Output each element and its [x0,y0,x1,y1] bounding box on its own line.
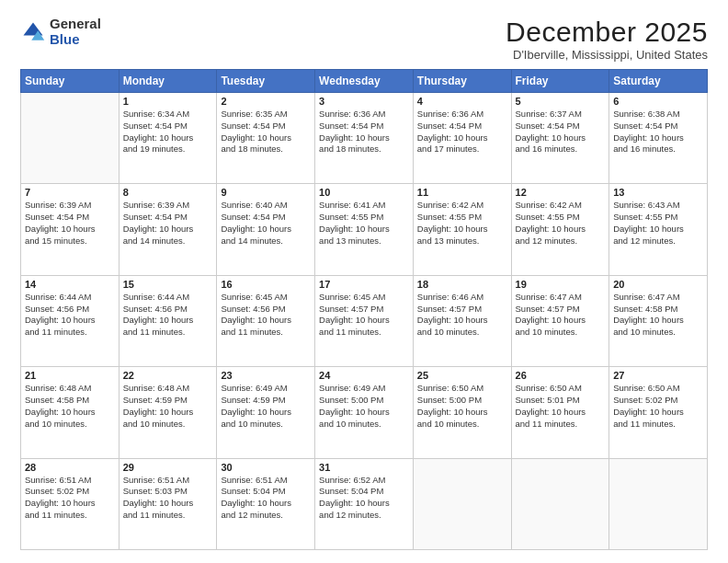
day-number: 24 [319,370,409,381]
day-number: 14 [25,279,115,290]
day-number: 19 [516,279,606,290]
calendar-cell: 4Sunrise: 6:36 AM Sunset: 4:54 PM Daylig… [413,93,511,184]
day-info: Sunrise: 6:38 AM Sunset: 4:54 PM Dayligh… [613,109,703,155]
calendar-cell: 25Sunrise: 6:50 AM Sunset: 5:00 PM Dayli… [413,367,511,458]
day-info: Sunrise: 6:51 AM Sunset: 5:03 PM Dayligh… [123,475,213,522]
calendar-week-row: 14Sunrise: 6:44 AM Sunset: 4:56 PM Dayli… [21,275,708,366]
calendar-cell [609,458,708,549]
day-info: Sunrise: 6:44 AM Sunset: 4:56 PM Dayligh… [123,292,213,339]
day-number: 23 [221,370,311,381]
day-number: 26 [516,370,606,381]
day-number: 31 [319,462,409,473]
day-info: Sunrise: 6:42 AM Sunset: 4:55 PM Dayligh… [516,200,606,247]
day-number: 22 [123,370,213,381]
day-header-thursday: Thursday [413,70,511,93]
day-number: 7 [25,187,115,198]
logo-general: General [50,17,101,32]
day-info: Sunrise: 6:45 AM Sunset: 4:57 PM Dayligh… [319,292,409,339]
calendar-cell: 18Sunrise: 6:46 AM Sunset: 4:57 PM Dayli… [413,275,511,366]
day-info: Sunrise: 6:44 AM Sunset: 4:56 PM Dayligh… [25,292,115,339]
calendar-cell: 19Sunrise: 6:47 AM Sunset: 4:57 PM Dayli… [511,275,609,366]
day-number: 18 [417,279,507,290]
day-number: 28 [25,462,115,473]
calendar-cell: 15Sunrise: 6:44 AM Sunset: 4:56 PM Dayli… [119,275,217,366]
header: General Blue December 2025 D'Iberville, … [20,17,708,62]
day-info: Sunrise: 6:46 AM Sunset: 4:57 PM Dayligh… [417,292,507,339]
calendar-cell: 31Sunrise: 6:52 AM Sunset: 5:04 PM Dayli… [315,458,414,549]
day-info: Sunrise: 6:49 AM Sunset: 4:59 PM Dayligh… [221,383,311,430]
calendar-cell: 27Sunrise: 6:50 AM Sunset: 5:02 PM Dayli… [609,367,708,458]
day-number: 29 [123,462,213,473]
day-header-friday: Friday [511,70,609,93]
day-number: 13 [613,187,703,198]
day-info: Sunrise: 6:43 AM Sunset: 4:55 PM Dayligh… [613,200,703,247]
calendar-cell: 8Sunrise: 6:39 AM Sunset: 4:54 PM Daylig… [119,184,217,275]
calendar-cell: 5Sunrise: 6:37 AM Sunset: 4:54 PM Daylig… [511,93,609,184]
day-info: Sunrise: 6:45 AM Sunset: 4:56 PM Dayligh… [221,292,311,339]
calendar-cell: 22Sunrise: 6:48 AM Sunset: 4:59 PM Dayli… [119,367,217,458]
calendar-cell: 24Sunrise: 6:49 AM Sunset: 5:00 PM Dayli… [315,367,414,458]
calendar-cell: 3Sunrise: 6:36 AM Sunset: 4:54 PM Daylig… [315,93,414,184]
day-number: 10 [319,187,409,198]
calendar-cell [413,458,511,549]
day-info: Sunrise: 6:39 AM Sunset: 4:54 PM Dayligh… [25,200,115,247]
day-header-monday: Monday [119,70,217,93]
calendar-cell: 30Sunrise: 6:51 AM Sunset: 5:04 PM Dayli… [217,458,315,549]
day-info: Sunrise: 6:47 AM Sunset: 4:58 PM Dayligh… [613,292,703,339]
calendar-cell: 12Sunrise: 6:42 AM Sunset: 4:55 PM Dayli… [511,184,609,275]
day-info: Sunrise: 6:50 AM Sunset: 5:02 PM Dayligh… [613,383,703,430]
subtitle: D'Iberville, Mississippi, United States [506,48,708,62]
calendar-cell: 26Sunrise: 6:50 AM Sunset: 5:01 PM Dayli… [511,367,609,458]
day-info: Sunrise: 6:51 AM Sunset: 5:04 PM Dayligh… [221,475,311,522]
calendar-cell: 16Sunrise: 6:45 AM Sunset: 4:56 PM Dayli… [217,275,315,366]
day-info: Sunrise: 6:42 AM Sunset: 4:55 PM Dayligh… [417,200,507,247]
day-number: 12 [516,187,606,198]
logo: General Blue [20,17,101,47]
calendar-cell: 17Sunrise: 6:45 AM Sunset: 4:57 PM Dayli… [315,275,414,366]
calendar-cell: 29Sunrise: 6:51 AM Sunset: 5:03 PM Dayli… [119,458,217,549]
day-info: Sunrise: 6:40 AM Sunset: 4:54 PM Dayligh… [221,200,311,247]
calendar-cell: 6Sunrise: 6:38 AM Sunset: 4:54 PM Daylig… [609,93,708,184]
logo-text: General Blue [50,17,101,47]
day-info: Sunrise: 6:52 AM Sunset: 5:04 PM Dayligh… [319,475,409,522]
logo-icon [20,19,46,45]
calendar-week-row: 21Sunrise: 6:48 AM Sunset: 4:58 PM Dayli… [21,367,708,458]
main-title: December 2025 [506,17,708,48]
day-number: 6 [613,96,703,107]
calendar-cell: 9Sunrise: 6:40 AM Sunset: 4:54 PM Daylig… [217,184,315,275]
day-header-wednesday: Wednesday [315,70,414,93]
calendar-cell: 14Sunrise: 6:44 AM Sunset: 4:56 PM Dayli… [21,275,119,366]
day-number: 21 [25,370,115,381]
calendar-header-row: SundayMondayTuesdayWednesdayThursdayFrid… [21,70,708,93]
day-number: 5 [516,96,606,107]
calendar-cell: 21Sunrise: 6:48 AM Sunset: 4:58 PM Dayli… [21,367,119,458]
day-number: 16 [221,279,311,290]
day-number: 4 [417,96,507,107]
calendar-week-row: 28Sunrise: 6:51 AM Sunset: 5:02 PM Dayli… [21,458,708,549]
day-info: Sunrise: 6:50 AM Sunset: 5:01 PM Dayligh… [516,383,606,430]
day-number: 11 [417,187,507,198]
day-info: Sunrise: 6:48 AM Sunset: 4:58 PM Dayligh… [25,383,115,430]
day-number: 25 [417,370,507,381]
calendar-cell: 2Sunrise: 6:35 AM Sunset: 4:54 PM Daylig… [217,93,315,184]
calendar-week-row: 7Sunrise: 6:39 AM Sunset: 4:54 PM Daylig… [21,184,708,275]
day-info: Sunrise: 6:49 AM Sunset: 5:00 PM Dayligh… [319,383,409,430]
calendar-cell: 7Sunrise: 6:39 AM Sunset: 4:54 PM Daylig… [21,184,119,275]
day-number: 3 [319,96,409,107]
day-header-tuesday: Tuesday [217,70,315,93]
day-info: Sunrise: 6:39 AM Sunset: 4:54 PM Dayligh… [123,200,213,247]
calendar-cell: 23Sunrise: 6:49 AM Sunset: 4:59 PM Dayli… [217,367,315,458]
day-info: Sunrise: 6:34 AM Sunset: 4:54 PM Dayligh… [123,109,213,155]
day-info: Sunrise: 6:35 AM Sunset: 4:54 PM Dayligh… [221,109,311,155]
day-number: 27 [613,370,703,381]
day-info: Sunrise: 6:48 AM Sunset: 4:59 PM Dayligh… [123,383,213,430]
title-block: December 2025 D'Iberville, Mississippi, … [506,17,708,62]
day-number: 9 [221,187,311,198]
calendar-cell [21,93,119,184]
calendar-cell [511,458,609,549]
day-header-saturday: Saturday [609,70,708,93]
day-info: Sunrise: 6:41 AM Sunset: 4:55 PM Dayligh… [319,200,409,247]
day-info: Sunrise: 6:37 AM Sunset: 4:54 PM Dayligh… [516,109,606,155]
calendar-cell: 28Sunrise: 6:51 AM Sunset: 5:02 PM Dayli… [21,458,119,549]
day-number: 30 [221,462,311,473]
